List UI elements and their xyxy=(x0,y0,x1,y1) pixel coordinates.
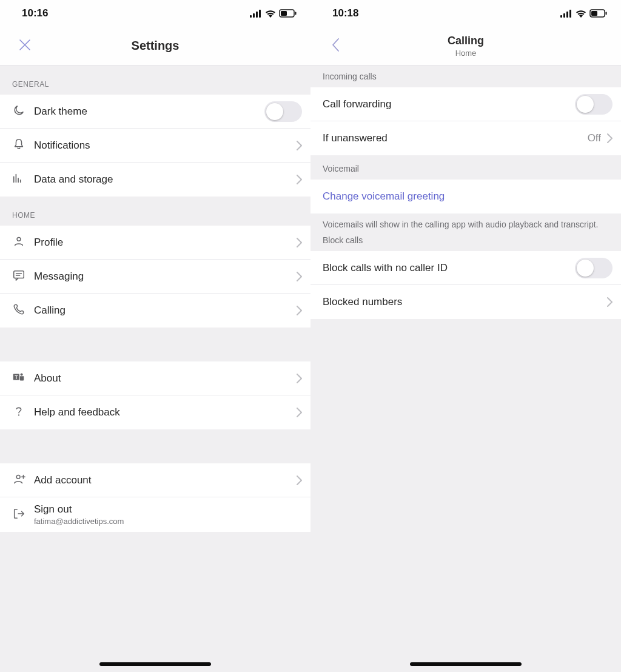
page-subtitle: Home xyxy=(455,49,477,58)
status-bar: 10:16 xyxy=(0,0,310,27)
svg-rect-20 xyxy=(606,12,607,15)
chevron-right-icon xyxy=(297,175,302,184)
group-voicemail: Change voicemail greeting xyxy=(310,180,621,213)
svg-rect-2 xyxy=(256,12,258,18)
spacer xyxy=(0,328,310,361)
status-bar: 10:18 xyxy=(310,0,621,27)
row-change-voicemail-greeting[interactable]: Change voicemail greeting xyxy=(310,180,621,213)
svg-rect-0 xyxy=(250,15,252,18)
row-label: Profile xyxy=(34,237,297,249)
question-icon xyxy=(12,405,25,420)
sign-out-icon xyxy=(12,507,25,523)
row-if-unanswered[interactable]: If unanswered Off xyxy=(310,121,621,155)
section-header-home: HOME xyxy=(0,197,310,226)
row-label: Calling xyxy=(34,304,297,317)
svg-rect-1 xyxy=(253,13,255,18)
home-indicator[interactable] xyxy=(99,662,211,666)
row-calling[interactable]: Calling xyxy=(0,294,310,328)
chevron-right-icon xyxy=(297,475,302,485)
row-blocked-numbers[interactable]: Blocked numbers xyxy=(310,285,621,319)
phone-icon xyxy=(12,303,25,318)
row-dark-theme[interactable]: Dark theme xyxy=(0,95,310,129)
chevron-left-icon xyxy=(331,38,340,55)
status-icons xyxy=(560,9,608,18)
cellular-signal-icon xyxy=(560,10,572,18)
chevron-right-icon xyxy=(607,133,613,143)
row-about[interactable]: T About xyxy=(0,361,310,395)
home-indicator[interactable] xyxy=(410,662,522,666)
row-label: Sign out xyxy=(34,503,302,516)
row-block-no-caller-id[interactable]: Block calls with no caller ID xyxy=(310,251,621,285)
section-header-block: Block calls xyxy=(310,233,621,251)
row-messaging[interactable]: Messaging xyxy=(0,260,310,294)
add-person-icon xyxy=(12,472,27,488)
status-icons xyxy=(250,9,297,18)
row-label: Block calls with no caller ID xyxy=(323,262,575,274)
wifi-icon xyxy=(576,10,586,18)
svg-rect-6 xyxy=(295,12,297,15)
bell-icon xyxy=(12,138,25,153)
group-info: T About Help and feedback xyxy=(0,361,310,429)
chevron-right-icon xyxy=(297,408,302,417)
row-label: Help and feedback xyxy=(34,406,297,418)
row-profile[interactable]: Profile xyxy=(0,226,310,260)
section-header-general: GENERAL xyxy=(0,66,310,95)
moon-icon xyxy=(12,104,25,119)
page-title: Calling xyxy=(448,35,484,47)
status-time: 10:16 xyxy=(22,7,48,19)
nav-bar: Settings xyxy=(0,27,310,66)
svg-text:T: T xyxy=(15,374,18,380)
section-header-incoming: Incoming calls xyxy=(310,66,621,87)
voicemail-footnote: Voicemails will show in the calling app … xyxy=(310,213,621,233)
row-help[interactable]: Help and feedback xyxy=(0,395,310,429)
battery-icon xyxy=(279,9,297,18)
chevron-right-icon xyxy=(297,141,302,150)
group-home: Profile Messaging Calling xyxy=(0,226,310,328)
spacer xyxy=(0,429,310,463)
svg-rect-5 xyxy=(281,11,287,16)
phone-settings: 10:16 Settings GENERAL Dark theme xyxy=(0,0,310,672)
row-label: Call forwarding xyxy=(323,98,575,110)
nav-bar: Calling Home xyxy=(310,27,621,66)
block-no-caller-id-toggle[interactable] xyxy=(575,258,613,278)
row-label: Dark theme xyxy=(34,106,264,118)
teams-icon: T xyxy=(12,371,25,386)
data-icon xyxy=(12,172,25,187)
row-notifications[interactable]: Notifications xyxy=(0,129,310,163)
svg-rect-16 xyxy=(566,12,568,18)
row-call-forwarding[interactable]: Call forwarding xyxy=(310,87,621,121)
row-sign-out[interactable]: Sign out fatima@addictivetips.com xyxy=(0,497,310,532)
chevron-right-icon xyxy=(297,272,302,281)
person-icon xyxy=(12,235,25,250)
status-time: 10:18 xyxy=(332,7,358,19)
page-title: Settings xyxy=(132,39,180,53)
cellular-signal-icon xyxy=(250,10,262,18)
close-button[interactable] xyxy=(16,37,34,55)
group-incoming: Call forwarding If unanswered Off xyxy=(310,87,621,155)
if-unanswered-value: Off xyxy=(588,132,601,144)
row-label: Change voicemail greeting xyxy=(323,190,613,203)
svg-rect-8 xyxy=(14,270,24,278)
group-account: Add account Sign out fatima@addictivetip… xyxy=(0,463,310,532)
call-forwarding-toggle[interactable] xyxy=(575,94,613,115)
group-block-calls: Block calls with no caller ID Blocked nu… xyxy=(310,251,621,319)
svg-point-13 xyxy=(16,475,20,479)
svg-rect-14 xyxy=(560,15,562,18)
row-add-account[interactable]: Add account xyxy=(0,463,310,497)
row-label: Data and storage xyxy=(34,173,297,186)
row-data-storage[interactable]: Data and storage xyxy=(0,163,310,197)
group-general: Dark theme Notifications Data and storag… xyxy=(0,95,310,197)
chevron-right-icon xyxy=(607,297,613,307)
svg-point-12 xyxy=(18,414,19,415)
svg-rect-17 xyxy=(569,10,571,18)
chevron-right-icon xyxy=(297,374,302,383)
chat-icon xyxy=(12,269,25,284)
svg-point-11 xyxy=(21,373,23,375)
row-label: If unanswered xyxy=(323,132,588,144)
svg-rect-3 xyxy=(259,10,261,18)
dark-theme-toggle[interactable] xyxy=(264,101,302,122)
back-button[interactable] xyxy=(326,37,344,55)
row-label: Notifications xyxy=(34,139,297,152)
row-label: Messaging xyxy=(34,270,297,283)
row-sublabel: fatima@addictivetips.com xyxy=(34,517,302,526)
